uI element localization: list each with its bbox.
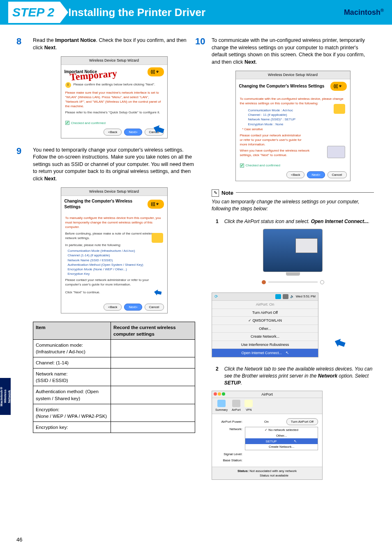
side-tab: Macintosh®WirelessNetwork [0,378,11,415]
monitor-illustration [263,229,323,272]
figure-step-9: Wireless Device Setup Wizard Changing th… [33,187,195,313]
step-9-number: 9 [16,145,21,158]
key-icon [152,233,163,243]
step-8-number: 8 [16,35,21,48]
substep-2: 2 Click the Network tab to see the avail… [216,366,374,386]
fig8-line2: Please make sure that your machine's net… [65,90,163,109]
network-label: Network: [216,427,245,431]
fig10-line2: Please contact your network administrato… [240,133,304,147]
warning-icon: ! [65,82,71,88]
fig9-line5: Click "Next" to continue. [65,290,100,295]
step-10-number: 10 [195,35,205,48]
fig9-li2: Channel (1-14) (if applicable) [68,253,163,258]
page-number: 46 [16,537,22,543]
fig10-line1: To communicate with the un-configured wi… [240,97,346,106]
note-header: ✎ Note [212,189,374,197]
fig8-next-button[interactable]: Next> [124,129,142,136]
fig9-next-button[interactable]: Next> [124,304,142,311]
tab-summary[interactable]: Summary [215,400,228,412]
fig8-checkbox[interactable] [65,121,69,125]
note-label: Note [221,189,233,197]
fig10-case: * Case sensitive [240,127,346,131]
airport-title: AirPort [261,392,273,396]
airport-power-label: AirPort Power: [216,419,245,424]
right-column: 10 To communicate with the un-configured… [212,37,374,488]
figure-airport-menu: ⟳ 🔈 Wed 5:51 PM AirPort: On Turn AirPort… [212,292,374,358]
status-value-1: Not associated with any network [249,469,297,473]
menu-other[interactable]: Other... [212,325,318,333]
substep-1: 1 Click the AirPort status icon and sele… [216,218,374,225]
fig10-heading: Changing the Computer's Wireless Setting… [239,83,325,89]
dd-other[interactable]: Other... [245,433,318,438]
fig9-li1: Communication Mode (Infrastructure / Ad-… [68,249,163,253]
menu-create-network[interactable]: Create Network... [212,332,318,341]
page-title: Installing the Printer Driver [68,6,344,19]
th-record: Record the current wireless computer set… [111,322,195,339]
fig9-line1: To manually configure the wireless devic… [65,216,163,230]
fig10-cancel-button[interactable]: Cancel [327,171,347,178]
dd-create-network[interactable]: Create Network... [245,444,318,449]
fig10-next-button[interactable]: Next> [307,171,325,178]
fig9-li4: Authentication Method (Open System / Sha… [68,263,163,267]
substep-1-num: 1 [216,218,219,225]
figure-step-8: Wireless Device Setup Wizard Important N… [33,56,195,138]
signal-label: Signal Level: [216,452,245,456]
fig9-cancel-button[interactable]: Cancel [145,304,164,311]
row-enc-key: Encryption key: [33,421,111,433]
window-traffic-lights[interactable] [214,392,225,396]
fig8-checked-label: Checked and confirmed [71,121,106,125]
fig10-titlebar: Wireless Device Setup Wizard [236,71,350,79]
menu-network-item[interactable]: ✓ QMSOFTGWLAN [212,316,318,325]
settings-worksheet-table: Item Record the current wireless compute… [33,322,195,433]
display-icon [283,294,288,299]
row-network-name: Network name: (SSID / ESSID) [33,368,111,386]
wifi-status-icon[interactable] [275,294,281,299]
row-encryption: Encryption: (None / WEP / WPA / WPA2-PSK… [33,404,111,421]
page-header: STEP 2 Installing the Printer Driver Mac… [0,0,392,25]
fig9-li6: Encryption Key [68,272,163,276]
pc-wifi-icon [327,146,345,158]
fig9-heading: Changing the Computer's Wireless Setting… [65,198,148,210]
dd-setup[interactable]: SETUP ↖ [245,438,318,444]
step-8-text: 8 Read the Important Notice. Check the b… [33,37,195,51]
row-comm-mode: Communication mode: (Infrastructure / Ad… [33,340,111,357]
fig8-line3: Please refer to the machine's "Quick Set… [65,110,163,115]
fig9-line3: In particular, please note the following… [65,243,163,247]
fig10-checkbox[interactable] [240,164,244,168]
step-9-text: 9 You need to temporarily change your co… [33,147,195,183]
key-icon [334,104,345,114]
fig9-back-button[interactable]: <Back [104,304,122,311]
fig10-back-button[interactable]: <Back [286,171,304,178]
substep-2-num: 2 [216,366,219,386]
tab-airport[interactable]: AirPort [232,400,240,412]
menu-airport-on: AirPort: On [212,301,318,309]
airport-power-value: On [245,419,286,424]
row-auth: Authentication method: (Open system / Sh… [33,386,111,404]
menu-interference[interactable]: Use Interference Robustness [212,341,318,349]
menu-turn-off[interactable]: Turn AirPort Off [212,309,318,317]
content: 8 Read the Important Notice. Check the b… [0,25,392,488]
fig8-back-button[interactable]: <Back [104,129,122,136]
airport-window: AirPort Summary AirPort VPN AirPort Powe… [212,391,323,480]
menubar-clock: Wed 5:51 PM [296,294,316,299]
figure-airport-window: AirPort Summary AirPort VPN AirPort Powe… [212,391,374,480]
turn-airport-off-button[interactable]: Turn AirPort Off [286,418,318,425]
wifi-icon: ((( ᯤ [148,200,164,209]
airport-status-menu: ⟳ 🔈 Wed 5:51 PM AirPort: On Turn AirPort… [212,292,318,358]
base-station-label: Base Station: [216,458,245,463]
dd-no-network[interactable]: ✓ No network selected [245,427,318,433]
fig9-titlebar: Wireless Device Setup Wizard [61,188,167,196]
th-item: Item [33,322,111,339]
wifi-icon: ((( ᯤ [148,67,164,76]
wifi-icon: ((( ᯤ [330,82,347,91]
menu-open-internet-connect[interactable]: Open Internet Connect... ↖ [212,348,318,357]
figure-step-10: Wireless Device Setup Wizard Changing th… [212,71,374,181]
cursor-icon: ↖ [286,350,289,355]
callout-arrow-icon [333,336,346,350]
note-icon: ✎ [212,189,219,197]
step-badge: STEP 2 [8,2,60,23]
menubar-apple-icon: ⟳ [214,294,218,299]
fig9-line2: Before continuing, please make a note of… [65,231,163,240]
tab-vpn[interactable]: VPN [244,400,253,412]
status-value-2: Status not available [260,474,288,477]
